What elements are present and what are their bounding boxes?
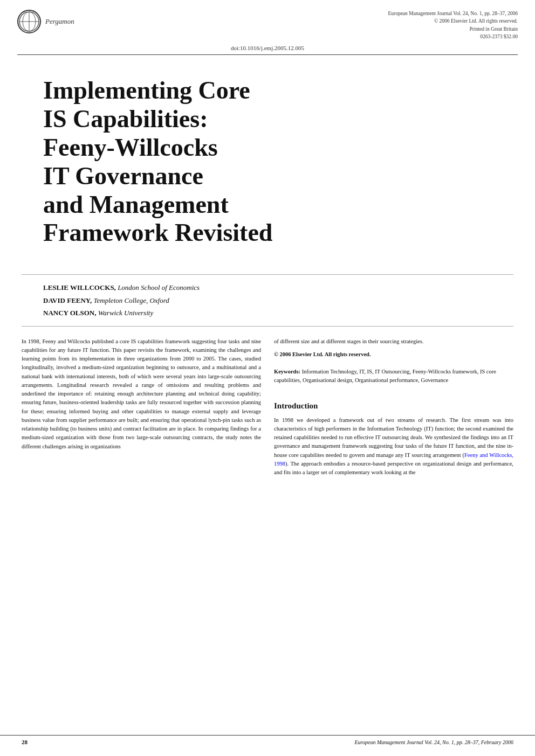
authors-section: LESLIE WILLCOCKS, London School of Econo… <box>22 274 513 326</box>
page: Pergamon European Management Journal Vol… <box>0 0 535 756</box>
author-affiliation-1: London School of Economics <box>118 283 200 292</box>
keywords-section: Keywords: Information Technology, IT, IS… <box>274 367 513 385</box>
journal-info-line4: 0263-2373 $32.00 <box>388 33 518 40</box>
citation-link[interactable]: Feeny and Willcocks, 1998 <box>274 452 513 467</box>
author-name-1: LESLIE WILLCOCKS, <box>43 283 116 292</box>
journal-info-line2: © 2006 Elsevier Ltd. All rights reserved… <box>388 17 518 25</box>
keywords-values: Information Technology, IT, IS, IT Outso… <box>274 369 496 383</box>
footer-journal-cite: European Management Journal Vol. 24, No.… <box>354 739 513 745</box>
journal-info-line3: Printed in Great Britain <box>388 25 518 33</box>
journal-info-line1: European Management Journal Vol. 24, No.… <box>388 10 518 17</box>
abstract-text-left: In 1998, Feeny and Willcocks published a… <box>22 337 261 451</box>
author-line-3: NANCY OLSON, Warwick University <box>43 307 492 319</box>
pergamon-logo <box>17 10 41 33</box>
author-affiliation-2: Templeton College, Oxford <box>94 296 169 304</box>
logo-label: Pergamon <box>45 17 74 26</box>
author-affiliation-3: Warwick University <box>98 309 153 317</box>
introduction-heading: Introduction <box>274 401 513 411</box>
author-line-2: DAVID FEENY, Templeton College, Oxford <box>43 294 492 307</box>
journal-info: European Management Journal Vol. 24, No.… <box>388 10 518 40</box>
page-footer: 28 European Management Journal Vol. 24, … <box>0 735 535 745</box>
introduction-section: Introduction In 1998 we developed a fram… <box>274 401 513 477</box>
logo-area: Pergamon <box>17 10 74 33</box>
sourcing-text: of different size and at different stage… <box>274 337 513 346</box>
keywords-text: Keywords: Information Technology, IT, IS… <box>274 367 513 385</box>
copyright-text: © 2006 Elsevier Ltd. All rights reserved… <box>274 350 513 359</box>
doi-line: doi:10.1016/j.emj.2005.12.005 <box>0 45 535 51</box>
page-number: 28 <box>22 739 28 745</box>
introduction-text: In 1998 we developed a framework out of … <box>274 416 513 477</box>
keywords-label: Keywords: <box>274 369 300 374</box>
main-title: Implementing CoreIS Capabilities:Feeny-W… <box>43 77 492 247</box>
abstract-section: In 1998, Feeny and Willcocks published a… <box>0 327 535 488</box>
abstract-left-col: In 1998, Feeny and Willcocks published a… <box>22 337 261 477</box>
journal-header: Pergamon European Management Journal Vol… <box>0 0 535 40</box>
abstract-right-col: of different size and at different stage… <box>274 337 513 477</box>
author-name-2: DAVID FEENY, <box>43 296 92 304</box>
title-section: Implementing CoreIS Capabilities:Feeny-W… <box>0 55 535 274</box>
author-line-1: LESLIE WILLCOCKS, London School of Econo… <box>43 281 492 294</box>
author-name-3: NANCY OLSON, <box>43 309 96 317</box>
